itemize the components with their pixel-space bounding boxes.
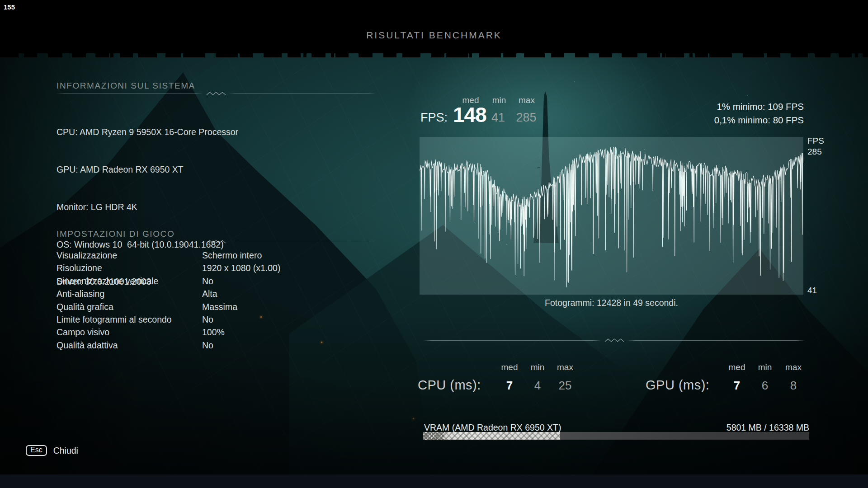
setting-value: 100% [202,326,225,338]
gpu-max-value: 8 [790,379,797,393]
setting-label: Qualità adattiva [57,339,202,352]
gpu-med-column-label: med [729,362,745,372]
setting-value: Alta [202,287,217,300]
gpu-max-column-label: max [785,362,802,372]
gpu-med-value: 7 [734,379,740,393]
fps-min-value: 41 [491,111,505,125]
cpu-min-column-label: min [531,362,545,372]
gpu-min-value: 6 [762,379,768,393]
vram-label: VRAM (AMD Radeon RX 6950 XT) [424,422,561,433]
fps-trace-line [420,137,803,295]
game-settings-table: VisualizzazioneSchermo intero Risoluzion… [57,249,328,352]
setting-label: Visualizzazione [57,249,202,262]
setting-row: Sincronizzazione verticaleNo [57,275,328,287]
benchmark-results-screen: 155 RISULTATI BENCHMARK INFORMAZIONI SUL… [0,0,868,488]
chart-axis-title: FPS [807,136,824,146]
setting-label: Limite fotogrammi al secondo [57,313,202,326]
zigzag-ornament-icon [206,239,226,244]
close-button-label[interactable]: Chiudi [53,446,78,456]
setting-row: VisualizzazioneSchermo intero [57,249,328,262]
chart-y-max-label: 285 [807,147,822,157]
setting-value: No [202,275,213,287]
fps-label: FPS: [420,111,448,125]
setting-label: Sincronizzazione verticale [57,275,202,287]
external-fps-counter: 155 [4,3,15,11]
setting-value: 868 x 488 (x1.00) [202,262,280,274]
setting-label: Risoluzione [57,262,202,274]
fps-max-column-label: max [519,95,535,105]
close-button[interactable]: Esc Chiudi [26,445,78,456]
setting-row: Qualità adattivaNo [57,339,328,352]
cpu-ms-label: CPU (ms): [418,378,481,393]
setting-row: Limite fotogrammi al secondoNo [57,313,328,326]
fps-med-value: 148 [453,103,486,127]
cpu-med-value: 7 [506,379,513,393]
cpu-min-value: 4 [534,379,541,393]
section-divider [57,239,376,244]
star-dot [574,81,575,82]
ember-dot [413,418,414,419]
one-percent-min: 1% minimo: 109 FPS [659,100,804,113]
setting-label: Anti-aliasing [57,287,202,300]
setting-label: Campo visivo [57,326,202,338]
system-info-line: CPU: AMD Ryzen 9 5950X 16-Core Processor [57,126,238,139]
fps-max-value: 285 [516,111,536,125]
setting-label: Qualità grafica [57,300,202,313]
system-info-line: GPU: AMD Radeon RX 6950 XT [57,164,238,176]
cpu-max-column-label: max [557,362,573,372]
cpu-med-column-label: med [501,362,518,372]
vram-bar-fill [423,432,560,440]
setting-value: Schermo intero [202,249,262,262]
cpu-max-value: 25 [559,379,572,393]
point-one-percent-min: 0,1% minimo: 80 FPS [659,113,804,127]
setting-row: Campo visivo100% [57,326,328,338]
setting-row: Risoluzione1920 x 1080 (x1.00) [57,262,328,274]
chart-y-min-label: 41 [807,286,817,296]
setting-row: Anti-aliasingAlta [57,287,328,300]
zigzag-ornament-icon [604,338,624,343]
vram-bar [423,432,809,440]
page-title: RISULTATI BENCHMARK [0,30,868,41]
setting-value: Massima [202,300,237,313]
star-dot [747,95,748,96]
top-band [0,0,868,53]
percentile-block: 1% minimo: 109 FPS 0,1% minimo: 80 FPS [659,100,804,127]
vram-usage-text: 5801 MB / 16338 MB [665,422,809,433]
section-divider [57,91,376,96]
bottom-strip [0,474,868,488]
zigzag-ornament-icon [206,91,226,96]
chart-caption: Fotogrammi: 12428 in 49 secondi. [420,298,803,308]
gpu-min-column-label: min [758,362,772,372]
setting-row: Qualità graficaMassima [57,300,328,313]
setting-value: No [202,339,213,352]
system-info-line: Monitor: LG HDR 4K [57,201,238,214]
fps-min-column-label: min [492,95,506,105]
game-settings-header: IMPOSTAZIONI DI GIOCO [57,229,175,239]
esc-key-icon[interactable]: Esc [26,445,47,456]
gpu-ms-label: GPU (ms): [646,378,709,393]
fps-chart [420,137,803,295]
setting-value: No [202,313,213,326]
system-info-header: INFORMAZIONI SUL SISTEMA [57,81,195,91]
section-divider [423,338,805,343]
